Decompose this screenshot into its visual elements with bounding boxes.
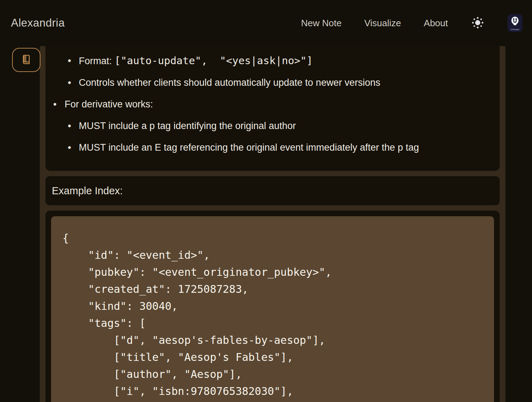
code-line: { — [62, 230, 483, 247]
code-line: ["title", "Aesop's Fables"], — [62, 349, 483, 366]
code-line: "pubkey": "<event_originator_pubkey>", — [62, 264, 483, 281]
spec-item-e-tag: MUST include an E tag referencing the or… — [45, 141, 486, 153]
gitcitadel-logo[interactable]: GitCitadel — [508, 14, 522, 32]
spec-card: Format: ["auto-update", "<yes|ask|no>"] … — [45, 46, 500, 171]
brand-title: Alexandria — [11, 17, 65, 29]
page-body: Format: ["auto-update", "<yes|ask|no>"] … — [0, 46, 532, 402]
app-header: Alexandria New Note Visualize About — [0, 0, 532, 46]
spec-item-format: Format: ["auto-update", "<yes|ask|no>"] — [45, 55, 486, 67]
gitcitadel-shield-icon — [510, 16, 520, 28]
theme-toggle-button[interactable] — [471, 16, 485, 30]
gitcitadel-logo-label: GitCitadel — [511, 28, 519, 30]
nav-visualize[interactable]: Visualize — [364, 18, 401, 29]
nav-new-note[interactable]: New Note — [301, 18, 341, 29]
toc-button[interactable] — [12, 48, 40, 72]
main-nav: New Note Visualize About — [301, 14, 522, 32]
code-line: "tags": [ — [62, 315, 483, 332]
code-line: ["author", "Aesop"], — [62, 366, 483, 383]
sun-icon — [471, 16, 484, 30]
code-line: ["d", "aesop's-fables-by-aesop"], — [62, 332, 483, 349]
code-line: "id": "<event_id>", — [62, 247, 483, 264]
code-line: "created_at": 1725087283, — [62, 281, 483, 298]
code-line: ["i", "isbn:9780765382030"], — [62, 383, 483, 400]
spec-item-derivative-works: For derivative works: — [45, 98, 486, 110]
example-index-card: Example Index: — [45, 176, 500, 205]
left-sidebar — [0, 46, 40, 402]
code-line: "kind": 30040, — [62, 298, 483, 315]
content-scroll-area[interactable]: Format: ["auto-update", "<yes|ask|no>"] … — [40, 46, 505, 402]
spec-item-format-label: Format: — [79, 56, 115, 66]
example-index-heading: Example Index: — [52, 185, 123, 197]
nav-about[interactable]: About — [424, 18, 448, 29]
spec-item-format-code: ["auto-update", "<yes|ask|no>"] — [115, 55, 313, 67]
book-icon — [20, 53, 33, 67]
spec-item-controls: Controls whether clients should automati… — [45, 77, 486, 89]
code-block: { "id": "<event_id>", "pubkey": "<event_… — [51, 216, 494, 402]
spec-item-p-tag: MUST include a p tag identifying the ori… — [45, 120, 486, 132]
example-code-card: { "id": "<event_id>", "pubkey": "<event_… — [45, 211, 500, 402]
